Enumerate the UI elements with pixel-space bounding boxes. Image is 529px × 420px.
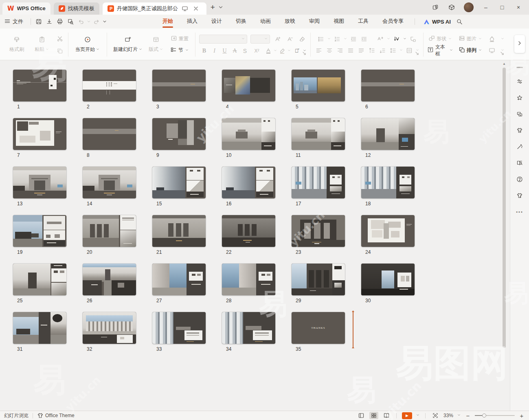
minimize-button[interactable]: – [479,2,492,13]
slide-thumbnail[interactable] [361,118,415,150]
paragraph-dialog-launcher-icon[interactable] [414,50,420,58]
superscript-button[interactable]: X² [250,48,263,54]
slide-sorter-canvas[interactable]: 1234567891011121314151617181920212223242… [0,60,510,411]
save-icon[interactable] [33,17,44,26]
rotate-text-chevron-icon[interactable] [403,37,407,42]
align-right-button[interactable] [336,46,345,55]
maximize-button[interactable]: □ [496,2,509,13]
slide-thumbnail[interactable] [152,167,206,198]
copy-button[interactable] [55,47,64,55]
workspace-cube-icon[interactable] [445,2,458,13]
undo-icon[interactable] [76,17,86,26]
menu-tab-设计[interactable]: 设计 [204,15,229,29]
star-effects-icon[interactable] [514,92,526,104]
menu-tab-会员专享[interactable]: 会员专享 [375,15,410,29]
help-icon[interactable] [514,173,526,185]
convert-smartart-button[interactable] [408,35,417,43]
font-size-select[interactable] [250,35,270,44]
reading-view-button[interactable] [382,412,391,419]
paste-button[interactable]: 粘贴 [29,32,55,58]
slide-thumbnail[interactable] [292,215,345,247]
menu-tab-工具[interactable]: 工具 [351,15,375,29]
text-direction-button[interactable] [376,35,385,43]
slide-thumbnail[interactable] [13,70,66,101]
increase-indent-button[interactable] [360,35,369,43]
avatar[interactable] [464,2,474,12]
tab-presentation-active[interactable]: P 丹健国际_奥正诚园总部公区方 [103,2,206,15]
slide-thumbnail[interactable] [83,70,136,101]
more-dots-icon[interactable]: ••• [514,206,526,218]
menu-tab-动画[interactable]: 动画 [253,15,278,29]
zoom-in-button[interactable]: + [518,412,525,419]
design-shirt-icon[interactable] [514,124,526,136]
find-book-icon[interactable] [514,157,526,169]
slide-thumbnail[interactable] [152,118,206,150]
theme-label[interactable]: Office Theme [45,413,75,418]
slide-thumbnail[interactable] [361,70,415,101]
menu-tab-切换[interactable]: 切换 [229,15,253,29]
play-options-chevron-icon[interactable] [416,413,420,418]
new-slide-button[interactable]: 新建幻灯片 [111,32,145,58]
menu-tab-审阅[interactable]: 审阅 [302,15,327,29]
output-icon[interactable] [44,17,55,26]
scrollbar-thumb[interactable] [503,68,506,348]
switch-shapes-icon[interactable] [514,108,526,120]
theme-shirt-icon[interactable] [37,412,44,419]
monitor-icon[interactable] [181,4,189,13]
font-dialog-launcher-icon[interactable] [301,50,307,58]
line-spacing-chevron-icon[interactable] [399,48,403,53]
font-color-button[interactable] [264,47,273,55]
slideshow-screen-button[interactable] [487,46,496,55]
vertical-align-button[interactable] [405,46,414,55]
slide-thumbnail[interactable] [361,264,415,295]
decrease-font-button[interactable] [285,35,294,43]
sorter-view-button[interactable] [369,412,378,419]
highlight-color-button[interactable] [278,47,287,55]
slide-thumbnail[interactable] [222,312,275,344]
tab-docer-template[interactable]: 找稿壳模板 [54,2,99,15]
ribbon-expand-button[interactable] [514,35,525,53]
slide-thumbnail[interactable] [152,312,206,344]
slide-thumbnail[interactable] [83,215,136,247]
slide-thumbnail[interactable] [152,215,206,247]
strikethrough-button[interactable]: S [240,48,250,54]
decrease-indent-button[interactable] [349,35,358,43]
redo-chevron-icon[interactable] [102,17,108,26]
undo-chevron-icon[interactable] [86,17,91,26]
fill-chevron-icon[interactable] [500,37,505,42]
font-color-chevron-icon[interactable] [273,48,277,53]
slide-thumbnail[interactable] [152,70,206,101]
tab-list-chevron-icon[interactable] [217,3,225,11]
slide-thumbnail[interactable]: THANKS [292,312,345,344]
slide-thumbnail[interactable] [222,215,275,247]
wps-ai-button[interactable]: WPS AI [423,18,451,25]
layout-button[interactable]: 版式 [145,32,167,58]
text-direction-chevron-icon[interactable] [386,37,391,42]
normal-view-button[interactable] [357,412,366,419]
tab-wps-home[interactable]: W WPS Office [2,2,50,15]
underline-button[interactable]: U [220,48,230,54]
menu-tab-插入[interactable]: 插入 [180,15,204,29]
fill-color-button[interactable] [487,35,496,43]
paragraph-spacing-down-button[interactable] [378,46,387,55]
highlight-chevron-icon[interactable] [287,48,291,53]
properties-sliders-icon[interactable] [514,75,526,88]
rotate-text-button[interactable] [392,35,401,43]
reset-button[interactable]: 重置 [168,35,191,43]
slide-thumbnail[interactable] [13,215,66,247]
slide-thumbnail[interactable] [13,118,66,150]
cut-button[interactable] [55,35,64,43]
slide-thumbnail[interactable] [13,312,66,344]
line-spacing-button[interactable] [389,46,397,55]
slide-thumbnail[interactable] [83,264,136,295]
section-button[interactable]: 节 [168,46,191,55]
paragraph-spacing-up-button[interactable] [367,46,376,55]
print-icon[interactable] [55,17,65,26]
play-slideshow-button[interactable]: ▶ [402,412,412,419]
font-name-select[interactable] [199,35,247,44]
menu-tab-放映[interactable]: 放映 [278,15,302,29]
slide-thumbnail[interactable] [361,215,415,247]
pinyin-button[interactable]: 变̆ [292,47,302,55]
bullets-chevron-icon[interactable] [327,37,331,42]
align-left-button[interactable] [314,46,323,55]
